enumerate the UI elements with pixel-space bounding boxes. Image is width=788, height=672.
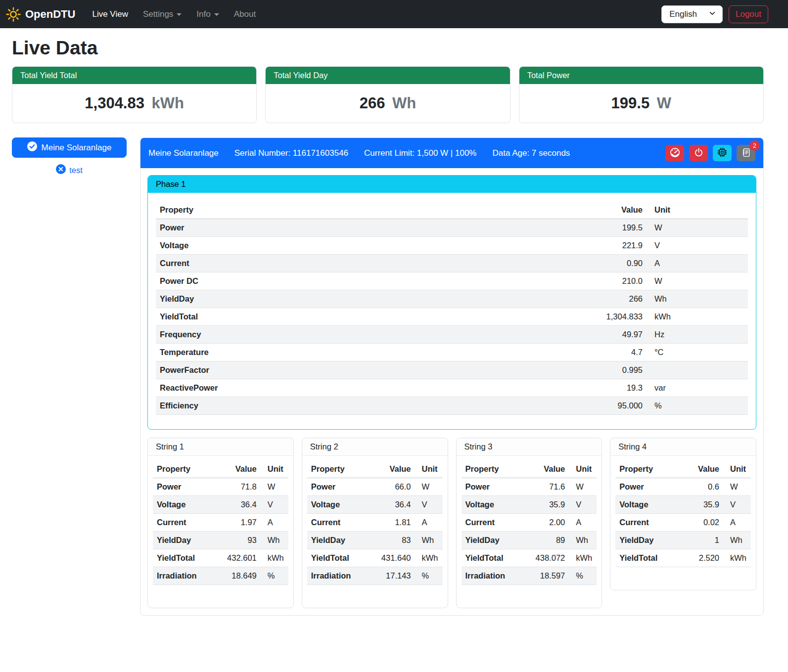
nav-item-info-label: Info [196, 9, 210, 19]
nav-item-live-view[interactable]: Live View [92, 9, 128, 19]
brand[interactable]: OpenDTU [6, 7, 75, 22]
total-power-value: 199.5 [611, 94, 650, 112]
table-header-row: Property Value Unit [156, 201, 748, 219]
event-log-button[interactable]: 2 [737, 145, 755, 161]
property-cell: YieldDay [615, 532, 684, 549]
table-head: Property Value Unit [462, 460, 597, 478]
unit-cell: Wh [261, 532, 288, 549]
unit-cell: W [415, 478, 443, 496]
value-cell: 4.7 [587, 344, 647, 361]
unit-cell: V [647, 237, 748, 255]
nav-item-about[interactable]: About [234, 9, 256, 19]
table-row: Power DC210.0W [156, 272, 748, 290]
unit-cell: Wh [723, 532, 751, 549]
column-property: Property [156, 201, 587, 219]
x-circle-icon [56, 164, 66, 176]
table-row: Frequency49.97Hz [156, 326, 748, 344]
value-cell: 1.81 [375, 514, 415, 532]
value-cell: 0.6 [684, 478, 723, 496]
unit-cell: V [415, 496, 443, 514]
table-header-row: Property Value Unit [462, 460, 597, 478]
nav-right: English Logout [661, 5, 768, 23]
string-2-card: String 2 Property Value Unit [302, 438, 448, 608]
string-1-body: Property Value Unit Power71.8WVoltage36.… [148, 456, 293, 608]
property-cell: PowerFactor [156, 361, 587, 379]
value-cell: 438.072 [529, 549, 569, 567]
table-row: Power66.0W [307, 478, 443, 496]
property-cell: Power [462, 478, 530, 496]
string-2-table: Property Value Unit Power66.0WVoltage36.… [307, 460, 443, 585]
logout-button[interactable]: Logout [729, 5, 768, 23]
inverter-select-button[interactable]: Meine Solaranlage [12, 137, 127, 158]
table-row: PowerFactor0.995 [156, 361, 748, 379]
phase-1-body: Property Value Unit Power199.5WVoltage22… [148, 193, 756, 429]
column-unit: Unit [569, 460, 597, 478]
unit-cell: kWh [415, 549, 443, 567]
property-cell: YieldTotal [462, 549, 530, 567]
column-unit: Unit [261, 460, 288, 478]
column-property: Property [615, 460, 684, 478]
card-total-yield-day: Total Yield Day 266 Wh [265, 66, 510, 123]
property-cell: YieldDay [462, 532, 530, 549]
card-header: Total Power [519, 67, 763, 84]
event-count-badge: 2 [749, 140, 760, 151]
table-row: YieldTotal1,304.833kWh [156, 308, 748, 326]
property-cell: Power [615, 478, 684, 496]
value-cell: 19.3 [587, 379, 647, 397]
property-cell: Current [156, 255, 587, 272]
unit-cell: A [647, 255, 748, 272]
brand-label: OpenDTU [25, 8, 75, 21]
unit-cell: °C [647, 344, 748, 361]
table-body: Power199.5WVoltage221.9VCurrent0.90APowe… [156, 219, 748, 415]
table-row: Current1.81A [307, 514, 443, 532]
value-cell: 0.995 [587, 361, 647, 379]
inverter-item-test[interactable]: test [12, 164, 127, 176]
table-row: Temperature4.7°C [156, 344, 748, 361]
table-row: YieldTotal432.601kWh [153, 549, 288, 567]
column-value: Value [221, 460, 261, 478]
phase-1-card: Phase 1 Property Value Unit Power199.5WV… [147, 175, 756, 430]
property-cell: YieldTotal [153, 549, 221, 567]
table-row: Current2.00A [462, 514, 597, 532]
value-cell: 0.02 [684, 514, 723, 532]
limit-settings-button[interactable] [665, 145, 684, 161]
string-3-body: Property Value Unit Power71.6WVoltage35.… [457, 456, 602, 608]
property-cell: ReactivePower [156, 379, 587, 397]
column-unit: Unit [647, 201, 748, 219]
language-select[interactable]: English [661, 5, 723, 23]
power-toggle-button[interactable] [689, 145, 708, 161]
navbar: OpenDTU Live View Settings Info About En… [0, 0, 788, 28]
nav-item-settings[interactable]: Settings [143, 9, 182, 19]
property-cell: Irradiation [462, 567, 530, 585]
value-cell: 93 [221, 532, 261, 549]
table-body: Power66.0WVoltage36.4VCurrent1.81AYieldD… [307, 478, 443, 585]
table-row: YieldDay93Wh [153, 532, 288, 549]
property-cell: Power [156, 219, 587, 237]
nav-item-settings-label: Settings [143, 9, 173, 19]
value-cell: 18.597 [529, 567, 569, 585]
property-cell: YieldDay [156, 290, 587, 308]
unit-cell: W [261, 478, 288, 496]
string-4-body: Property Value Unit Power0.6WVoltage35.9… [610, 456, 756, 590]
table-row: ReactivePower19.3var [156, 379, 748, 397]
string-1-table: Property Value Unit Power71.8WVoltage36.… [153, 460, 288, 585]
value-cell: 266 [587, 290, 647, 308]
value-cell: 432.601 [221, 549, 261, 567]
nav-item-info[interactable]: Info [196, 9, 219, 19]
property-cell: Power [153, 478, 221, 496]
total-yield-day-unit: Wh [392, 94, 416, 112]
unit-cell: W [647, 219, 748, 237]
property-cell: Voltage [156, 237, 587, 255]
string-3-card: String 3 Property Value Unit [456, 438, 603, 608]
card-body: 266 Wh [266, 84, 510, 123]
value-cell: 1 [684, 532, 723, 549]
column-property: Property [307, 460, 375, 478]
unit-cell: A [723, 514, 751, 532]
table-row: Power71.8W [153, 478, 288, 496]
table-row: Voltage36.4V [153, 496, 288, 514]
inverter-serial: Serial Number: 116171603546 [234, 148, 348, 158]
value-cell: 71.6 [529, 478, 569, 496]
card-body: 1,304.83 kWh [12, 84, 256, 123]
table-row: YieldDay1Wh [615, 532, 751, 549]
device-info-button[interactable] [713, 145, 732, 161]
